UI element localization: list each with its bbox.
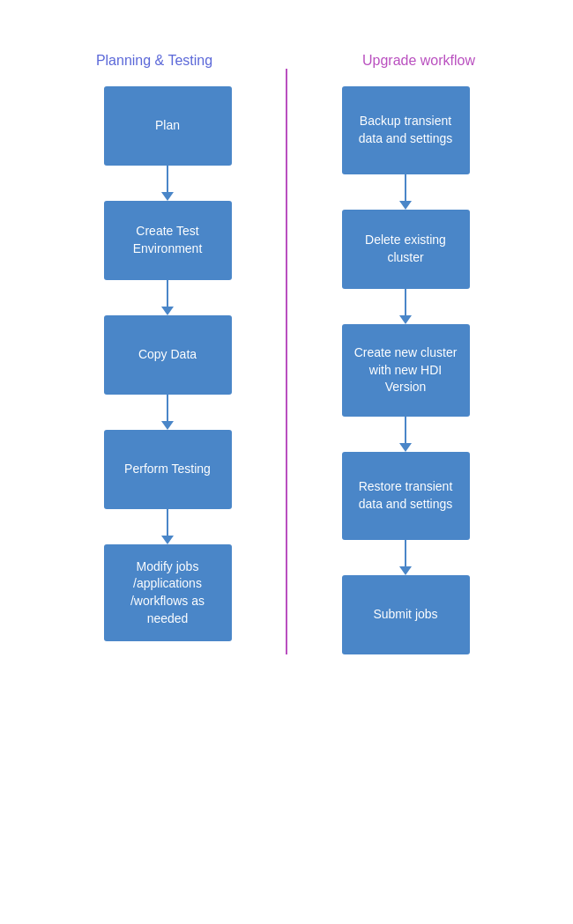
arrow-head [161, 192, 174, 201]
arrow-line [167, 166, 168, 192]
right-column: Backup transient data and settings Delet… [309, 69, 502, 654]
arrow-r2 [399, 289, 412, 324]
arrow-head [161, 536, 174, 544]
arrow-line [405, 417, 406, 443]
create-new-cluster-box: Create new cluster with new HDI Version [342, 324, 470, 417]
arrow-line [405, 289, 406, 315]
arrow-1 [161, 166, 174, 201]
submit-jobs-box: Submit jobs [342, 575, 470, 654]
create-test-env-box: Create Test Environment [104, 201, 232, 280]
plan-box: Plan [104, 86, 232, 166]
arrow-r4 [399, 540, 412, 575]
arrow-head [399, 443, 412, 452]
modify-jobs-box: Modify jobs /applications /workflows as … [104, 544, 232, 641]
arrow-r1 [399, 174, 412, 210]
arrow-2 [161, 280, 174, 315]
arrow-head [399, 566, 412, 575]
header-row: Planning & Testing Upgrade workflow [31, 53, 542, 69]
center-divider [264, 69, 309, 654]
arrow-line [167, 280, 168, 307]
diagram-container: Planning & Testing Upgrade workflow Plan… [0, 0, 573, 924]
left-column: Plan Create Test Environment Copy Data [71, 69, 264, 654]
backup-box: Backup transient data and settings [342, 86, 470, 174]
vertical-divider-line [286, 69, 287, 654]
left-column-header: Planning & Testing [44, 53, 264, 69]
arrow-line [167, 395, 168, 421]
copy-data-box: Copy Data [104, 315, 232, 395]
arrow-line [405, 174, 406, 201]
arrow-head [399, 201, 412, 210]
arrow-4 [161, 509, 174, 544]
delete-cluster-box: Delete existing cluster [342, 210, 470, 289]
arrow-head [399, 315, 412, 324]
upgrade-workflow-title: Upgrade workflow [362, 53, 475, 68]
perform-testing-box: Perform Testing [104, 430, 232, 509]
arrow-line [167, 509, 168, 536]
planning-testing-title: Planning & Testing [96, 53, 212, 68]
arrow-head [161, 307, 174, 315]
flow-grid: Plan Create Test Environment Copy Data [71, 69, 502, 654]
right-column-header: Upgrade workflow [309, 53, 529, 69]
arrow-r3 [399, 417, 412, 452]
restore-box: Restore transient data and settings [342, 452, 470, 540]
arrow-3 [161, 395, 174, 430]
arrow-line [405, 540, 406, 566]
arrow-head [161, 421, 174, 430]
